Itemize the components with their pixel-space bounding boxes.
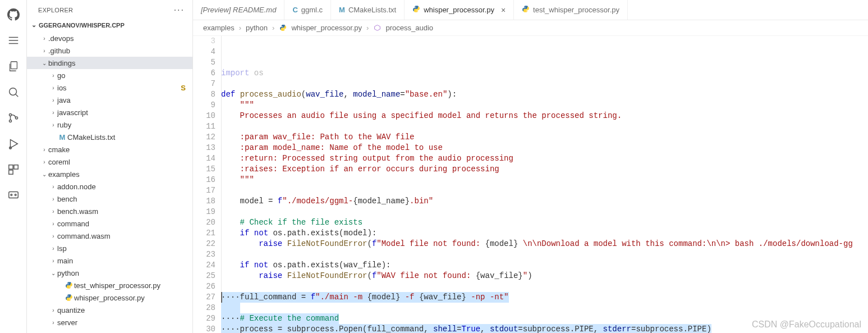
code-line[interactable]: :raises: Exception if an error occurs du…	[221, 164, 868, 175]
github-icon[interactable]	[7, 8, 20, 21]
line-number: 5	[193, 57, 215, 68]
tree-folder[interactable]: ›ruby	[27, 118, 192, 131]
python-file-icon	[64, 281, 74, 289]
code-line[interactable]: :param wav_file: Path to the WAV file	[221, 132, 868, 143]
breadcrumb-item[interactable]: examples	[203, 24, 235, 32]
search-icon[interactable]	[7, 85, 20, 99]
editor-tab[interactable]: MCMakeLists.txt	[331, 0, 405, 20]
tree-folder[interactable]: ›go	[27, 69, 192, 81]
line-number: 21	[193, 228, 215, 239]
code-line[interactable]: ····full_command = f"./main -m {model} -…	[221, 292, 868, 303]
code-line[interactable]: raise FileNotFoundError(f"WAV file not f…	[221, 271, 868, 281]
breadcrumb-item[interactable]: whisper_processor.py	[291, 24, 362, 32]
code-content[interactable]: import osdef process_audio(wav_file, mod…	[221, 36, 868, 333]
menu-icon[interactable]	[7, 34, 20, 47]
tree-folder[interactable]: ›bench	[27, 193, 192, 205]
code-line[interactable]	[221, 185, 868, 196]
line-number: 19	[193, 207, 215, 217]
chevron-right-icon: ›	[49, 196, 57, 202]
code-line[interactable]: raise FileNotFoundError(f"Model file not…	[221, 239, 868, 249]
repo-name: GGERGANOV/WHISPER.CPP	[39, 22, 125, 29]
tree-folder[interactable]: ›bench.wasm	[27, 205, 192, 217]
repo-header[interactable]: GGERGANOV/WHISPER.CPP	[27, 20, 192, 32]
tree-item-label: addon.node	[57, 183, 186, 191]
tree-folder[interactable]: ›iosS	[27, 81, 192, 94]
close-icon[interactable]: ×	[501, 6, 506, 15]
tree-file[interactable]: whisper_processor.py	[27, 291, 192, 304]
extensions-icon[interactable]	[7, 163, 20, 176]
code-line[interactable]: ····process = subprocess.Popen(full_comm…	[221, 324, 868, 333]
breadcrumb-item[interactable]: process_audio	[385, 24, 433, 32]
run-debug-icon[interactable]	[7, 137, 20, 150]
tree-folder[interactable]: ›quantize	[27, 304, 192, 316]
tree-folder[interactable]: ⌄bindings	[27, 57, 192, 69]
tree-folder[interactable]: ›lsp	[27, 242, 192, 254]
tree-folder[interactable]: ›command.wasm	[27, 230, 192, 242]
tree-item-label: quantize	[57, 306, 186, 314]
tree-folder[interactable]: ›addon.node	[27, 180, 192, 193]
line-number: 9	[193, 100, 215, 111]
tree-item-label: CMakeLists.txt	[67, 133, 186, 142]
tree-file[interactable]: MCMakeLists.txt	[27, 131, 192, 143]
remote-icon[interactable]	[7, 189, 20, 202]
code-line[interactable]: """	[221, 175, 868, 185]
code-line[interactable]: import os	[221, 68, 868, 79]
editor-tab[interactable]: [Preview] README.md	[193, 0, 284, 20]
code-line[interactable]: ····# Execute the command	[221, 313, 868, 324]
tree-folder[interactable]: ›.devops	[27, 32, 192, 44]
code-line[interactable]	[221, 249, 868, 260]
svg-rect-12	[13, 165, 17, 169]
tree-file[interactable]: test_whisper_processor.py	[27, 279, 192, 291]
code-line[interactable]: :return: Processed string output from th…	[221, 153, 868, 164]
code-editor[interactable]: 3456789101112131415161718192021222324252…	[193, 36, 868, 333]
tree-item-label: command	[57, 220, 186, 228]
code-line[interactable]: def process_audio(wav_file, model_name="…	[221, 89, 868, 100]
editor-tab[interactable]: whisper_processor.py×	[405, 0, 514, 20]
tree-folder[interactable]: ›command	[27, 217, 192, 230]
chevron-right-icon: ›	[49, 72, 57, 79]
tree-item-label: go	[57, 71, 186, 80]
code-line[interactable]	[221, 207, 868, 217]
chevron-right-icon: ›	[49, 258, 57, 264]
tree-folder[interactable]: ›main	[27, 254, 192, 267]
tree-folder[interactable]: ›java	[27, 94, 192, 106]
chevron-down-icon	[31, 21, 36, 29]
code-line[interactable]: model = f"./models/ggml-{model_name}.bin…	[221, 196, 868, 207]
code-line[interactable]	[221, 281, 868, 292]
code-line[interactable]: """	[221, 100, 868, 111]
svg-point-6	[9, 113, 11, 116]
editor-area: [Preview] README.mdCggml.cMCMakeLists.tx…	[193, 0, 868, 333]
code-line[interactable]: # Check if the file exists	[221, 217, 868, 228]
code-line[interactable]	[221, 303, 868, 313]
code-line[interactable]	[221, 121, 868, 132]
tree-folder[interactable]: ›coreml	[27, 156, 192, 168]
tree-folder[interactable]: ⌄python	[27, 267, 192, 279]
source-control-icon[interactable]	[7, 111, 20, 125]
python-file-icon	[522, 5, 530, 15]
tree-folder[interactable]: ›cmake	[27, 143, 192, 156]
code-line[interactable]: if not os.path.exists(wav_file):	[221, 260, 868, 271]
code-line[interactable]: if not os.path.exists(model):	[221, 228, 868, 239]
chevron-right-icon: ›	[272, 24, 274, 32]
svg-rect-11	[8, 165, 12, 169]
code-line[interactable]: :param model_name: Name of the model to …	[221, 143, 868, 153]
line-number: 8	[193, 89, 215, 100]
chevron-right-icon: ›	[366, 24, 369, 32]
tree-folder[interactable]: ›server	[27, 316, 192, 329]
code-line[interactable]: Processes an audio file using a specifie…	[221, 111, 868, 121]
line-number: 29	[193, 313, 215, 324]
editor-tab[interactable]: Cggml.c	[284, 0, 331, 20]
breadcrumb-item[interactable]: python	[246, 24, 268, 32]
sidebar-more-icon[interactable]: ···	[174, 5, 185, 15]
files-icon[interactable]	[7, 60, 20, 73]
file-icon: C	[292, 6, 297, 14]
tree-folder[interactable]: ⌄examples	[27, 168, 192, 180]
tree-folder[interactable]: ›javascript	[27, 106, 192, 118]
chevron-down-icon: ⌄	[40, 60, 48, 66]
line-number: 15	[193, 164, 215, 175]
tree-folder[interactable]: ›.github	[27, 44, 192, 57]
code-line[interactable]	[221, 79, 868, 89]
editor-tab[interactable]: test_whisper_processor.py	[514, 0, 628, 20]
tree-item-label: bench.wasm	[57, 207, 186, 216]
tab-label: ggml.c	[301, 6, 323, 14]
